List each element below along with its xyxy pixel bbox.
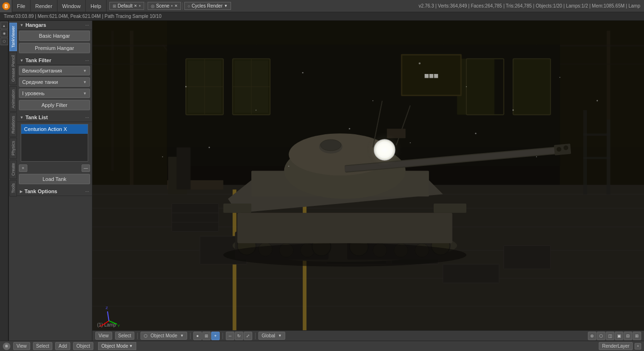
hangars-dots: ··· [85,23,89,28]
svg-point-105 [410,142,411,143]
viewport-canvas: ⬜⬜⬜ [92,21,644,341]
load-tank-button[interactable]: Load Tank [19,174,90,184]
svg-rect-29 [513,59,550,115]
tank-filter-triangle: ▼ [20,58,24,63]
viewport-icon-r5[interactable]: ⊟ [624,332,632,340]
global-dropdown[interactable]: Global ▼ [258,332,285,340]
tab-relations[interactable]: Relations [9,113,17,137]
left-icon-strip: ▲ ◉ ⬡ [0,21,8,341]
svg-text:B: B [4,4,8,9]
viewport-icon-sphere[interactable]: ● [193,332,202,340]
viewport-icon-grid[interactable]: ⊞ [202,332,211,340]
top-menu-bar: B File Render Window Help ⊞ Default ✕ + … [0,0,644,12]
class-dropdown-row: Средние танки ▼ [19,77,90,87]
tank-list-section-header[interactable]: ▼ Tank List ··· [17,113,92,122]
viewport[interactable]: ⬜⬜⬜ [92,21,644,341]
tab-animation[interactable]: Animation [9,86,17,112]
svg-line-112 [109,321,117,324]
bottom-select-btn[interactable]: Select [33,342,53,350]
tank-filter-dots: ··· [85,58,89,63]
object-mode-dropdown[interactable]: Object Mode ▼ [98,342,136,350]
list-add-button[interactable]: + [19,164,27,172]
svg-point-110 [223,243,467,267]
svg-rect-77 [434,204,466,213]
tier-arrow: ▼ [83,91,87,96]
premium-hangar-button[interactable]: Premium Hangar [19,43,90,53]
tank-list-title: Tank List [25,114,85,120]
viewport-icon-scale[interactable]: ⤢ [244,332,252,340]
workspace-label: Default [118,3,133,8]
svg-point-96 [372,100,373,101]
scene-label: Scene [156,3,169,8]
basic-hangar-button[interactable]: Basic Hangar [19,31,90,41]
tier-dropdown[interactable]: I уровень ▼ [19,89,90,98]
bottom-add-btn[interactable]: Add [55,342,70,350]
render-engine-label: Cycles Render [191,3,223,8]
app-logo[interactable]: B [0,0,12,12]
menu-bar: File Render Window Help [12,0,107,12]
tab-tankviewer[interactable]: TankViewer [9,23,17,51]
viewport-icon-transform[interactable]: ↔ [226,332,234,340]
svg-point-106 [475,133,477,134]
tab-tools[interactable]: Tools [9,180,17,196]
viewport-mode-dropdown[interactable]: ⬡ Object Mode ▼ [140,332,187,340]
tier-dropdown-row: I уровень ▼ [19,89,90,98]
svg-point-82 [321,139,341,151]
hangars-triangle: ▼ [20,23,24,27]
tank-filter-title: Tank Filter [25,57,85,63]
svg-rect-58 [583,133,611,136]
viewport-icon-r2[interactable]: ⬡ [597,332,605,340]
viewport-icon-rotate[interactable]: ↻ [235,332,243,340]
viewport-icon-r6[interactable]: ⊞ [633,332,641,340]
svg-rect-4 [92,21,167,194]
tab-create[interactable]: Create [9,160,17,179]
top-info: v2.76.3 | Verts:364,849 | Faces:264,785 … [419,3,644,8]
menu-help[interactable]: Help [86,0,107,12]
nation-arrow: ▼ [83,69,87,73]
tank-list-dots: ··· [85,115,89,120]
tank-options-section-header[interactable]: ▶ Tank Options ··· [17,187,92,196]
viewport-icon-r3[interactable]: ◫ [606,332,614,340]
viewport-select-menu[interactable]: Select [115,332,135,340]
nation-dropdown[interactable]: Великобритания ▼ [19,66,90,75]
viewport-icon-r4[interactable]: ▣ [615,332,623,340]
tank-options-title: Tank Options [25,188,85,194]
svg-point-109 [366,131,403,168]
menu-render[interactable]: Render [31,0,58,12]
apply-filter-button[interactable]: Apply Filter [19,100,90,110]
viewport-icon-cursor[interactable]: + [211,332,220,340]
hangars-section-header[interactable]: ▼ Hangars ··· [17,21,92,30]
svg-rect-48 [504,245,551,269]
svg-rect-6 [111,31,114,171]
svg-point-93 [185,86,187,88]
bottom-plus-btn[interactable]: + [635,343,641,350]
viewport-icon-r1[interactable]: ⊚ [588,332,596,340]
tank-filter-section-header[interactable]: ▼ Tank Filter ··· [17,56,92,65]
viewport-icon-group-2: ↔ ↻ ⤢ [226,332,252,340]
class-dropdown[interactable]: Средние танки ▼ [19,77,90,87]
svg-point-97 [419,63,421,65]
bottom-view-btn[interactable]: View [13,342,30,350]
viewport-icon-group-1: ● ⊞ + [193,332,220,340]
svg-line-113 [107,311,109,321]
svg-rect-87 [554,144,571,155]
svg-rect-47 [443,264,499,283]
viewport-right-controls: ⊚ ⬡ ◫ ▣ ⊟ ⊞ [588,332,641,340]
list-remove-button[interactable]: — [82,164,90,172]
svg-point-103 [288,166,289,167]
menu-window[interactable]: Window [58,0,86,12]
strip-icon-2[interactable]: ◉ [0,30,8,37]
viewport-view-menu[interactable]: View [95,332,112,340]
tab-grease-pencil[interactable]: Grease Pencil [9,52,17,85]
strip-icon-3[interactable]: ⬡ [0,38,8,45]
tab-physics[interactable]: Physics [9,138,17,159]
svg-rect-5 [130,31,133,194]
menu-file[interactable]: File [12,0,31,12]
render-layer-btn[interactable]: RenderLayer [599,342,633,350]
bottom-object-btn[interactable]: Object [73,342,93,350]
tank-list-item-0[interactable]: Centurion Action X [21,124,88,134]
bottom-logo[interactable]: B [3,343,10,350]
strip-icon-1[interactable]: ▲ [0,22,8,29]
bottom-bar: B View Select Add Object Object Mode ▼ R… [0,341,644,351]
svg-rect-27 [457,59,494,115]
